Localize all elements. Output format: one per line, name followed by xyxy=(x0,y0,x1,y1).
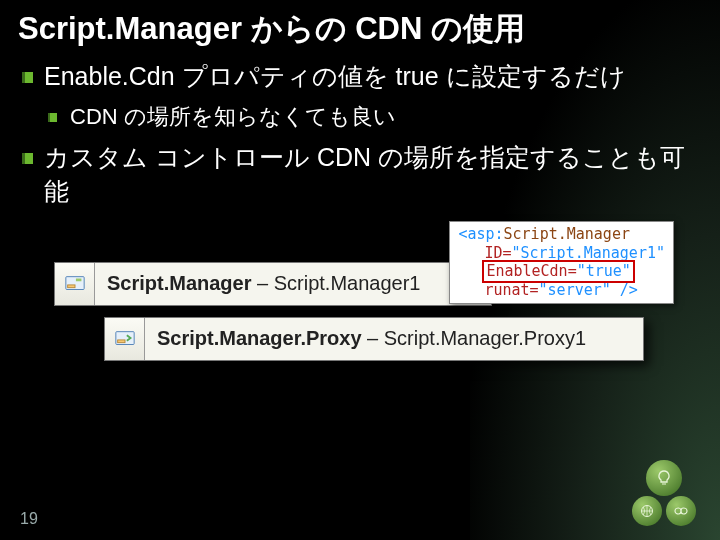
smarttag-scriptmanager-label: Script.Manager – Script.Manager1 xyxy=(95,272,432,295)
bullet-enable-cdn: Enable.Cdn プロパティの値を true に設定するだけ xyxy=(22,60,698,94)
smarttag-scriptmanagerproxy-label: Script.Manager.Proxy – Script.Manager.Pr… xyxy=(145,327,598,350)
svg-rect-4 xyxy=(117,340,124,343)
content-area: Enable.Cdn プロパティの値を true に設定するだけ CDN の場所… xyxy=(0,60,720,382)
smart-tag-area: <asp:Script.Manager ID="Script.Manager1"… xyxy=(22,217,698,382)
infinity-icon xyxy=(666,496,696,526)
smarttag-scriptmanager[interactable]: Script.Manager – Script.Manager1 xyxy=(54,262,492,306)
footer-badges xyxy=(632,478,696,526)
scriptmanager-icon xyxy=(55,263,95,305)
scriptmanagerproxy-icon xyxy=(105,318,145,360)
svg-rect-1 xyxy=(67,285,74,288)
globe-icon xyxy=(632,496,662,526)
slide-number: 19 xyxy=(20,510,38,528)
slide-title: Script.Manager からの CDN の使用 xyxy=(0,0,720,56)
code-callout: <asp:Script.Manager ID="Script.Manager1"… xyxy=(449,221,674,304)
bullet-cdn-location: CDN の場所を知らなくても良い xyxy=(22,102,698,132)
bulb-icon xyxy=(646,460,682,496)
svg-rect-2 xyxy=(75,278,81,281)
smarttag-scriptmanagerproxy[interactable]: Script.Manager.Proxy – Script.Manager.Pr… xyxy=(104,317,644,361)
bullet-custom-control: カスタム コントロール CDN の場所を指定することも可能 xyxy=(22,141,698,209)
